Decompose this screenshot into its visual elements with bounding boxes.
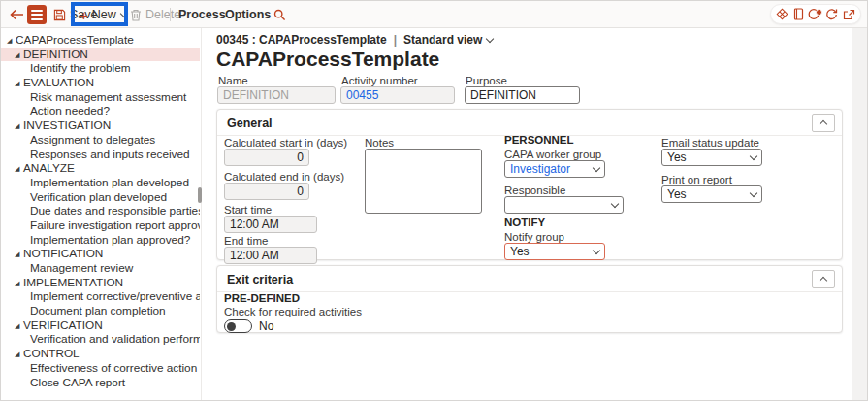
splitter-handle[interactable] — [198, 187, 202, 203]
email-status-select[interactable]: Yes — [661, 149, 762, 166]
expanded-arrow-icon[interactable]: ◢ — [15, 248, 23, 262]
expanded-arrow-icon[interactable]: ◢ — [15, 348, 23, 362]
options-button[interactable]: Options — [225, 1, 271, 28]
print-on-report-select[interactable]: Yes — [661, 185, 762, 203]
refresh-icon[interactable] — [825, 8, 838, 20]
calc-end-field[interactable] — [224, 183, 309, 200]
scrollbar-track[interactable] — [852, 28, 868, 401]
delete-button[interactable]: Delete — [130, 1, 180, 28]
email-status-label: Email status update — [661, 137, 759, 149]
back-arrow-icon — [10, 9, 24, 20]
calc-end-label: Calculated end in (days) — [224, 171, 344, 183]
expanded-arrow-icon[interactable]: ◢ — [15, 49, 23, 63]
toolbar-divider — [170, 8, 171, 21]
process-button[interactable]: Process — [178, 1, 226, 28]
options-button-label: Options — [225, 8, 271, 21]
check-required-activities-label: Check for required activities — [224, 306, 362, 317]
tree-item[interactable]: ◢CAPAProcessTemplate — [1, 33, 200, 48]
hamburger-menu-icon[interactable] — [27, 5, 47, 24]
tree-item[interactable]: Verification plan developed — [1, 190, 200, 205]
notes-field[interactable] — [365, 149, 482, 214]
tree-item[interactable]: ◢CONTROL — [1, 347, 200, 361]
exit-criteria-title: Exit criteria — [227, 273, 293, 286]
collapse-exit-criteria-button[interactable] — [812, 270, 835, 288]
expanded-arrow-icon[interactable]: ◢ — [15, 77, 23, 91]
tree-item[interactable]: ◢VERIFICATION — [1, 318, 200, 333]
tree-item[interactable]: Failure investigation report approved? — [1, 218, 200, 233]
end-time-field[interactable] — [224, 247, 317, 264]
chevron-down-icon — [750, 152, 757, 160]
tree-item[interactable]: Action needed? — [1, 104, 200, 118]
chevron-down-icon — [120, 9, 128, 17]
responsible-select[interactable] — [504, 196, 624, 214]
chevron-down-icon — [593, 164, 600, 172]
exit-criteria-section: Exit criteria — [216, 265, 843, 333]
alerts-icon[interactable] — [808, 8, 820, 20]
save-icon — [53, 9, 66, 21]
tree-item[interactable]: Implement corrective/preventive action p… — [1, 289, 200, 304]
tree-item[interactable]: ◢EVALUATION — [1, 76, 200, 90]
start-time-label: Start time — [224, 204, 272, 216]
tree-item[interactable]: Assignment to delegates — [1, 133, 200, 148]
tree-item-label: Risk management assessment — [30, 90, 186, 104]
tree-item[interactable]: Implementation plan approved? — [1, 233, 200, 248]
activity-number-field[interactable] — [340, 86, 455, 104]
tree-item[interactable]: Close CAPA report — [1, 376, 200, 390]
open-in-new-window-icon[interactable] — [843, 9, 855, 20]
notes-label: Notes — [365, 137, 394, 149]
record-id-label: 00345 : CAPAProcessTemplate — [216, 33, 387, 47]
tree-item[interactable]: Responses and inputs received — [1, 148, 200, 162]
tree-item[interactable]: Due dates and responsible parties identi… — [1, 204, 200, 218]
expanded-arrow-icon[interactable]: ◢ — [7, 34, 16, 49]
activity-number-field-label: Activity number — [341, 75, 418, 86]
tree-item[interactable]: Risk management assessment — [1, 90, 200, 105]
tree-item[interactable]: Effectiveness of corrective action asses… — [1, 361, 200, 376]
tree-item-label: Identify the problem — [30, 61, 131, 75]
purpose-field-label: Purpose — [466, 75, 507, 86]
email-status-value: Yes — [667, 150, 687, 164]
toggle-value-label: No — [259, 319, 273, 333]
tree-item[interactable]: Management review — [1, 261, 200, 276]
tree-item[interactable]: ◢DEFINITION — [1, 48, 200, 62]
view-selector[interactable]: Standard view — [403, 33, 482, 47]
responsible-label: Responsible — [504, 184, 565, 196]
tree-item-label: INVESTIGATION — [23, 118, 111, 132]
back-button[interactable] — [10, 1, 24, 28]
tree-item[interactable]: ◢INVESTIGATION — [1, 118, 200, 133]
tree-item[interactable]: Implementation plan developed — [1, 176, 200, 190]
start-time-field[interactable] — [224, 216, 317, 233]
predefined-heading: PRE-DEFINED — [224, 292, 300, 304]
tree-item-label: Failure investigation report approved? — [30, 218, 200, 232]
new-button[interactable]: + New — [80, 1, 127, 28]
tree-item-label: DEFINITION — [23, 48, 88, 61]
search-button[interactable] — [273, 1, 286, 28]
calc-start-field[interactable] — [224, 149, 309, 166]
expanded-arrow-icon[interactable]: ◢ — [15, 162, 23, 177]
purpose-field[interactable] — [465, 86, 580, 104]
tree-item[interactable]: ◢NOTIFICATION — [1, 247, 200, 261]
tree-item[interactable]: Identify the problem — [1, 61, 200, 76]
trash-icon — [130, 9, 142, 21]
calc-start-label: Calculated start in (days) — [224, 137, 347, 149]
personnel-heading: PERSONNEL — [504, 134, 574, 146]
tree-item-label: Management review — [30, 261, 133, 275]
tree-item[interactable]: ◢ANALYZE — [1, 161, 200, 176]
expanded-arrow-icon[interactable]: ◢ — [15, 119, 23, 134]
tree-item-label: Document plan completion — [30, 304, 166, 317]
check-required-activities-toggle[interactable] — [224, 319, 252, 333]
user-guide-icon[interactable] — [793, 8, 804, 20]
expanded-arrow-icon[interactable]: ◢ — [15, 319, 23, 334]
capa-worker-group-select[interactable]: Investigator — [504, 160, 605, 178]
toggle-knob — [227, 322, 236, 331]
notify-heading: NOTIFY — [504, 217, 545, 228]
activity-tree: ◢CAPAProcessTemplate◢DEFINITIONIdentify … — [1, 33, 200, 396]
tree-item-label: VERIFICATION — [23, 318, 103, 332]
expanded-arrow-icon[interactable]: ◢ — [15, 277, 23, 291]
collapse-general-button[interactable] — [812, 114, 835, 132]
notify-group-select[interactable]: Yes — [504, 243, 605, 260]
tree-item[interactable]: Verification and validation performed — [1, 332, 200, 347]
product-switcher-icon[interactable] — [776, 8, 788, 20]
tree-item[interactable]: ◢IMPLEMENTATION — [1, 276, 200, 290]
tree-item[interactable]: Document plan completion — [1, 304, 200, 318]
name-field[interactable] — [217, 86, 336, 104]
